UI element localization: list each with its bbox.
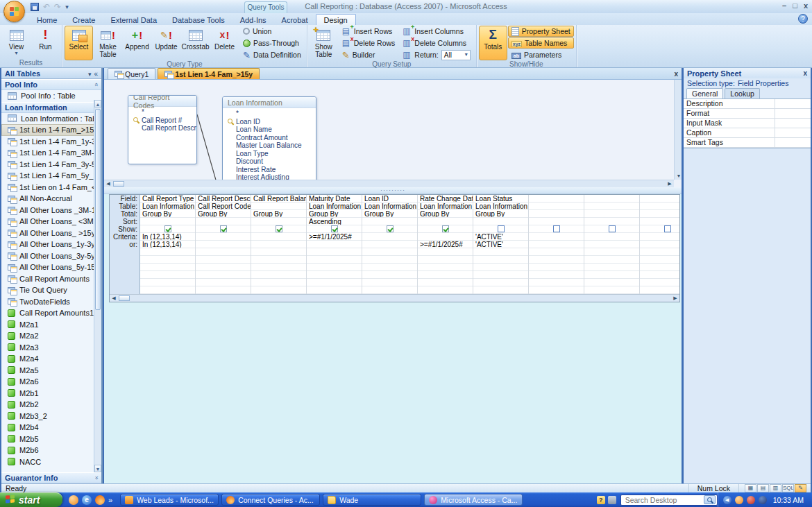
empty-cell[interactable] (307, 271, 362, 279)
show-checkbox[interactable] (387, 225, 394, 232)
empty-cell[interactable] (196, 248, 251, 256)
collapse-group-icon[interactable] (94, 81, 98, 88)
field-row[interactable]: Contract Amount (223, 134, 316, 142)
builder-button[interactable]: Builder (339, 49, 399, 60)
sort-cell[interactable] (196, 218, 251, 225)
total-cell[interactable]: Group By (473, 210, 528, 218)
view-button[interactable]: View (2, 26, 31, 59)
nav-item[interactable]: Pool Info : Table (1, 90, 101, 102)
design-horizontal-scrollbar[interactable]: ◀ ▶ (104, 180, 674, 187)
grid-horizontal-scrollbar[interactable]: ◀ ▶ (110, 294, 679, 302)
nav-group-guarantor-info[interactable]: Guarantor Info (1, 472, 101, 483)
field-row[interactable]: Master Loan Balance (223, 141, 316, 150)
table-cell[interactable] (584, 203, 639, 210)
criteria-cell[interactable]: >=#1/1/2025# (307, 233, 362, 241)
nav-item[interactable]: M2a6 (1, 376, 101, 388)
grid-column[interactable]: Call Report Type Loan Information Group … (140, 195, 196, 294)
show-cell[interactable] (473, 225, 528, 233)
table-cell[interactable]: Loan Information (307, 203, 362, 210)
empty-cell[interactable] (251, 256, 306, 264)
scroll-down-icon[interactable]: ▼ (94, 465, 101, 472)
or-cell[interactable] (640, 241, 679, 248)
ribbon-tab[interactable]: External Data (103, 15, 164, 25)
grid-column[interactable]: Loan ID Loan Information Group By (362, 195, 418, 294)
empty-cell[interactable] (640, 271, 679, 279)
show-checkbox[interactable] (442, 225, 449, 232)
nav-group-loan-information[interactable]: Loan Information (1, 102, 101, 113)
nav-item[interactable]: M2a3 (1, 342, 101, 354)
table-cell[interactable] (529, 203, 584, 210)
empty-cell[interactable] (473, 256, 528, 264)
help-tray-icon[interactable]: ? (597, 496, 605, 504)
nav-item[interactable]: All Other Loans _3M-12M (1, 205, 101, 216)
show-cell[interactable] (640, 225, 679, 233)
field-cell[interactable]: Call Report Description (196, 195, 251, 203)
view-toggle-icon[interactable]: ▤ (757, 484, 769, 492)
ribbon-tab[interactable]: Create (65, 15, 103, 25)
sort-cell[interactable] (473, 218, 528, 225)
or-cell[interactable] (307, 241, 362, 248)
nav-item[interactable]: All Other Loans_1y-3y (1, 239, 101, 250)
taskbar-window-button[interactable]: Wade (323, 494, 421, 506)
empty-cell[interactable] (251, 286, 306, 294)
show-cell[interactable] (362, 225, 417, 233)
empty-cell[interactable] (140, 256, 195, 264)
total-cell[interactable] (584, 210, 639, 218)
empty-cell[interactable] (140, 264, 195, 271)
field-cell[interactable]: Loan ID (362, 195, 417, 203)
nav-menu-chevron-icon[interactable] (88, 69, 92, 78)
empty-cell[interactable] (196, 286, 251, 294)
criteria-cell[interactable]: 'ACTIVE' (473, 233, 528, 241)
field-cell[interactable] (640, 195, 679, 203)
empty-cell[interactable] (140, 286, 195, 294)
nav-scrollbar[interactable]: ▲ ▼ (94, 100, 101, 472)
nav-item[interactable]: M2a1 (1, 319, 101, 331)
nav-item[interactable]: 1st Lien on 1-4 Fam_<3M (1, 182, 101, 194)
total-cell[interactable]: Group By (362, 210, 417, 218)
grid-column[interactable]: Call Report Balance: ( Group By (251, 195, 307, 294)
show-checkbox[interactable] (220, 225, 227, 232)
delete-rows-button[interactable]: Delete Rows (339, 37, 399, 49)
nav-item[interactable]: 1st Lien 1-4 Fam_5y_15y (1, 170, 101, 182)
parameters-button[interactable]: Parameters (508, 49, 574, 60)
field-row[interactable]: Discount (223, 157, 316, 166)
empty-cell[interactable] (473, 271, 528, 279)
empty-cell[interactable] (473, 286, 528, 294)
empty-cell[interactable] (584, 279, 639, 286)
property-sheet-button[interactable]: Property Sheet (508, 26, 574, 37)
field-cell[interactable]: Call Report Type (140, 195, 195, 203)
insert-rows-button[interactable]: Insert Rows (339, 26, 399, 37)
expand-group-icon[interactable] (94, 474, 98, 481)
empty-cell[interactable] (640, 256, 679, 264)
field-row[interactable]: * (128, 108, 196, 117)
field-cell[interactable]: Call Report Balance: ( (251, 195, 306, 203)
nav-item[interactable]: Call Report Amounts1 (1, 307, 101, 319)
document-tab[interactable]: 1st Lien 1-4 Fam_>15y (158, 68, 260, 79)
field-row[interactable]: * (223, 110, 316, 118)
scrollbar-thumb[interactable] (113, 181, 124, 187)
nav-item[interactable]: TwoDateFields (1, 296, 101, 308)
empty-cell[interactable] (307, 256, 362, 264)
display-tray-icon[interactable] (608, 496, 616, 504)
criteria-cell[interactable] (529, 233, 584, 241)
nav-item[interactable]: M2a2 (1, 330, 101, 342)
nav-item[interactable]: M2a4 (1, 353, 101, 365)
table-cell[interactable] (640, 203, 679, 210)
table-names-button[interactable]: Table Names (508, 37, 574, 49)
or-cell[interactable]: In (12,13,14) (140, 241, 195, 248)
total-cell[interactable]: Group By (196, 210, 251, 218)
table-cell[interactable] (251, 203, 306, 210)
show-table-button[interactable]: Show Table (310, 26, 338, 60)
nav-item[interactable]: All Non-Accrual (1, 193, 101, 205)
crosstab-button[interactable]: Crosstab (181, 26, 210, 60)
or-cell[interactable] (529, 241, 584, 248)
total-cell[interactable] (529, 210, 584, 218)
property-value[interactable] (775, 119, 811, 128)
close-document-icon[interactable]: x (674, 70, 678, 78)
sort-cell[interactable] (140, 218, 195, 225)
nav-group-pool-info[interactable]: Pool Info (1, 79, 101, 90)
nav-item[interactable]: All Other Loans_ <3M (1, 216, 101, 227)
view-toggle-icon[interactable]: SQL (782, 484, 794, 492)
field-list-loan-information[interactable]: Loan Information * Loan ID Lo (222, 96, 316, 187)
property-value[interactable] (775, 138, 811, 147)
